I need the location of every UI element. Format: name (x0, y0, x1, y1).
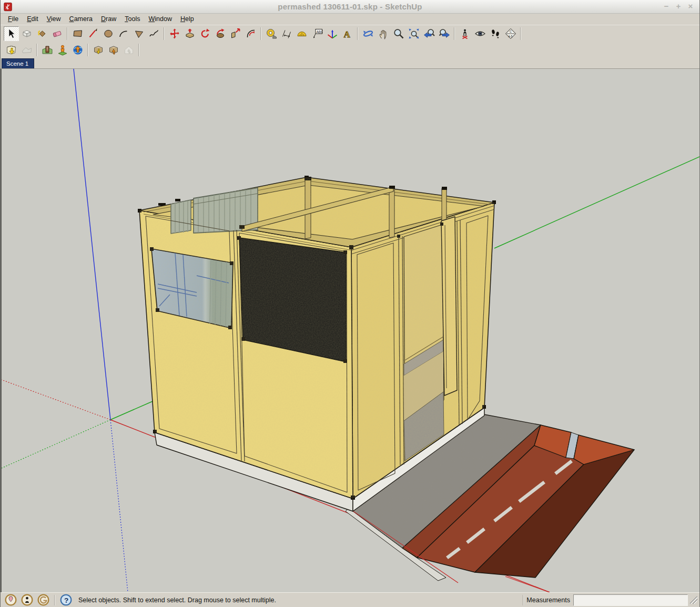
menu-draw[interactable]: Draw (97, 14, 120, 24)
text-button[interactable]: ABC (309, 26, 324, 41)
photo-textures-icon (42, 44, 53, 56)
tape-measure-button[interactable] (263, 26, 279, 41)
zoom-button[interactable] (391, 26, 406, 41)
circle-icon (103, 28, 114, 39)
offset-icon (245, 28, 257, 39)
photo-textures-button[interactable] (39, 43, 55, 57)
toolbar-separator (357, 27, 358, 40)
rectangle-button[interactable] (70, 26, 85, 41)
position-camera-icon (459, 28, 471, 39)
offset-button[interactable] (243, 26, 258, 41)
push-pull-button[interactable] (182, 26, 197, 41)
preview-in-google-earth-button[interactable] (70, 43, 85, 57)
freehand-button[interactable] (146, 26, 161, 41)
share-component-button[interactable] (121, 43, 136, 57)
scene-tab[interactable]: Scene 1 (2, 58, 34, 68)
polygon-button[interactable] (131, 26, 146, 41)
zoom-icon (393, 28, 404, 39)
arc-button[interactable] (116, 26, 131, 41)
sketchup-window: permashed 130611-01.skp - SketchUp −+× F… (0, 0, 700, 607)
credits-icon[interactable] (21, 594, 33, 606)
menu-file[interactable]: File (4, 14, 23, 24)
move-button[interactable] (167, 26, 182, 41)
get-models-button[interactable] (90, 43, 106, 57)
measurements-label: Measurements (526, 596, 570, 604)
share-model-icon (108, 44, 119, 56)
walk-icon (490, 28, 501, 39)
eraser-button[interactable] (49, 26, 65, 41)
menu-window[interactable]: Window (144, 14, 176, 24)
tape-measure-icon (266, 28, 277, 39)
circle-button[interactable] (100, 26, 116, 41)
toolbar-separator (260, 27, 261, 40)
minimize-button[interactable]: − (663, 3, 670, 11)
eraser-icon (52, 28, 63, 39)
window-controls: −+× (663, 3, 699, 11)
menu-view[interactable]: View (43, 14, 65, 24)
status-message: Select objects. Shift to extend select. … (78, 596, 276, 604)
svg-text:A-5: A-5 (508, 34, 512, 37)
move-icon (169, 28, 180, 39)
protractor-button[interactable] (294, 26, 309, 41)
google-toolbar (1, 42, 699, 58)
line-button[interactable] (85, 26, 100, 41)
follow-me-button[interactable] (212, 26, 228, 41)
paint-bucket-button[interactable] (34, 26, 49, 41)
zoom-extents-button[interactable] (406, 26, 421, 41)
menu-edit[interactable]: Edit (23, 14, 43, 24)
zoom-extents-icon (408, 28, 420, 39)
toolbar-separator (36, 44, 37, 56)
rectangle-icon (72, 28, 84, 39)
pan-button[interactable] (376, 26, 391, 41)
menu-camera[interactable]: Camera (65, 14, 97, 24)
sketchup-logo-icon (4, 2, 13, 12)
drawing-canvas[interactable] (1, 69, 699, 592)
maximize-button[interactable]: + (675, 3, 682, 11)
zoom-previous-button[interactable] (421, 26, 437, 41)
toolbar-separator (87, 44, 88, 56)
help-icon[interactable]: ? (60, 594, 72, 606)
axes-button[interactable] (324, 26, 340, 41)
rotate-button[interactable] (197, 26, 212, 41)
axes-icon (327, 28, 338, 39)
scale-button[interactable] (228, 26, 243, 41)
scale-icon (230, 28, 241, 39)
separator (523, 595, 524, 605)
push-pull-icon (184, 28, 196, 39)
measurements-input[interactable] (573, 594, 688, 606)
svg-text:ABC: ABC (316, 29, 323, 33)
line-icon (87, 28, 99, 39)
toggle-terrain-icon (21, 44, 33, 56)
get-current-view-button[interactable] (4, 43, 19, 57)
protractor-icon (296, 28, 308, 39)
section-plane-button[interactable]: CA-5 (503, 26, 518, 41)
dimension-button[interactable] (279, 26, 294, 41)
make-component-button[interactable] (19, 26, 34, 41)
street-view-button[interactable] (55, 43, 70, 57)
3d-text-button[interactable]: A (340, 26, 355, 41)
orbit-button[interactable] (360, 26, 376, 41)
arc-icon (118, 28, 129, 39)
walk-button[interactable] (488, 26, 503, 41)
look-around-button[interactable] (472, 26, 488, 41)
model-view (2, 69, 700, 592)
window-title: permashed 130611-01.skp - SketchUp (1, 2, 699, 11)
get-current-view-icon (6, 44, 17, 56)
geolocation-icon[interactable] (5, 594, 17, 606)
scene-tab-bar: Scene 1 (1, 58, 699, 69)
zoom-previous-icon (423, 28, 435, 39)
menu-tools[interactable]: Tools (120, 14, 144, 24)
select-button[interactable] (4, 26, 19, 41)
freehand-icon (148, 28, 160, 39)
select-icon (6, 28, 17, 39)
position-camera-button[interactable] (457, 26, 472, 41)
menu-help[interactable]: Help (176, 14, 198, 24)
street-view-icon (57, 44, 68, 56)
share-model-button[interactable] (106, 43, 121, 57)
separator (54, 595, 55, 605)
toggle-terrain-button[interactable] (19, 43, 34, 57)
resize-grip[interactable] (690, 596, 697, 604)
signin-icon[interactable] (37, 594, 49, 606)
close-button[interactable]: × (687, 3, 694, 11)
zoom-next-button[interactable] (437, 26, 452, 41)
